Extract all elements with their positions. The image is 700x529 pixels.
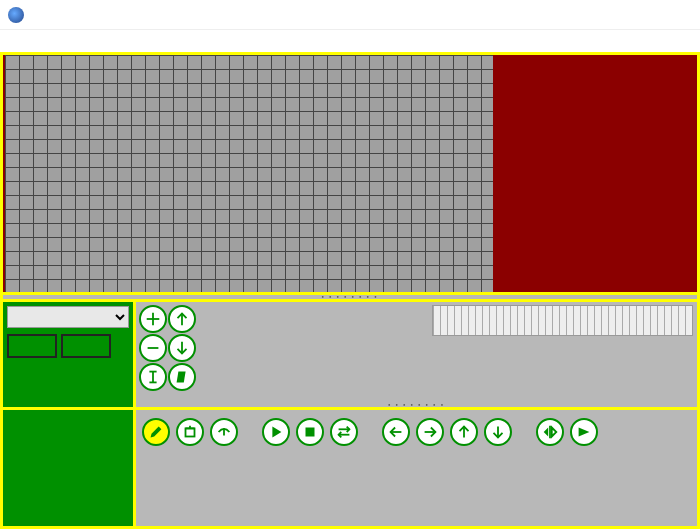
layer-list (199, 302, 201, 407)
palette-panel (3, 302, 133, 407)
splitter-2[interactable]: ● ● ● ● ● ● ● ● (136, 403, 697, 407)
layer-tool-b-button[interactable] (168, 363, 196, 391)
close-button[interactable] (655, 0, 700, 30)
pencil-tool-button[interactable] (142, 418, 170, 446)
minimize-button[interactable] (565, 0, 610, 30)
layer-buttons (136, 302, 199, 407)
color-pair (7, 334, 129, 358)
middle-row: ● ● ● ● ● ● ● ● (3, 302, 697, 407)
menubar (0, 30, 700, 52)
move-layer-up-button[interactable] (168, 305, 196, 333)
maximize-button[interactable] (610, 0, 655, 30)
add-layer-button[interactable] (139, 305, 167, 333)
tool-buttons (136, 410, 697, 454)
primary-color[interactable] (7, 334, 57, 358)
app-icon (8, 7, 24, 23)
arrow-down-button[interactable] (484, 418, 512, 446)
layer-zone: ● ● ● ● ● ● ● ● (136, 302, 697, 407)
stop-button[interactable] (296, 418, 324, 446)
svg-marker-22 (552, 428, 557, 437)
flip-vertical-button[interactable] (570, 418, 598, 446)
menu-file[interactable] (6, 39, 14, 43)
svg-marker-21 (544, 428, 549, 437)
remove-layer-button[interactable] (139, 334, 167, 362)
move-layer-down-button[interactable] (168, 334, 196, 362)
workspace: ● ● ● ● ● ● ● ● (0, 52, 700, 529)
frame-ruler[interactable] (432, 305, 693, 336)
frame-body (432, 336, 693, 354)
tool-zone (136, 410, 697, 526)
svg-marker-12 (272, 427, 281, 438)
bottom-row (3, 410, 697, 526)
svg-rect-13 (306, 428, 315, 437)
palette-selector[interactable] (7, 306, 129, 328)
titlebar (0, 0, 700, 30)
loop-button[interactable] (330, 418, 358, 446)
flip-horizontal-button[interactable] (536, 418, 564, 446)
secondary-color[interactable] (61, 334, 111, 358)
splitter[interactable]: ● ● ● ● ● ● ● ● (3, 295, 697, 299)
window-controls (565, 0, 700, 30)
svg-marker-23 (579, 428, 590, 437)
pixel-canvas[interactable] (3, 55, 493, 292)
menu-palettes[interactable] (24, 39, 32, 43)
layer-tool-a-button[interactable] (139, 363, 167, 391)
frame-strip (432, 305, 693, 355)
bucket-tool-button[interactable] (176, 418, 204, 446)
arrow-up-button[interactable] (450, 418, 478, 446)
palette-panel-lower (3, 410, 133, 526)
canvas-zone (3, 55, 697, 292)
eyedropper-tool-button[interactable] (210, 418, 238, 446)
play-button[interactable] (262, 418, 290, 446)
arrow-left-button[interactable] (382, 418, 410, 446)
svg-rect-8 (186, 428, 195, 436)
arrow-right-button[interactable] (416, 418, 444, 446)
